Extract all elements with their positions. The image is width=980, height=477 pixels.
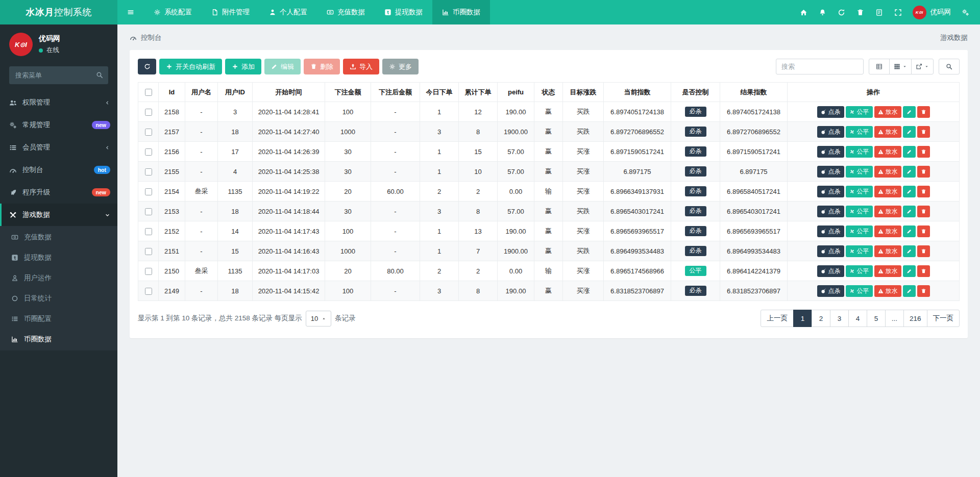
row-checkbox[interactable]: [145, 268, 152, 275]
fangshui-button[interactable]: 放水: [874, 186, 901, 197]
fangshui-button[interactable]: 放水: [874, 225, 901, 237]
submenu-item-user-operation[interactable]: 用户运作: [0, 268, 117, 288]
diansha-button[interactable]: 点杀: [817, 126, 844, 138]
delete-row-button[interactable]: [917, 146, 930, 158]
gongping-button[interactable]: 公平: [846, 146, 873, 158]
fangshui-button[interactable]: 放水: [874, 265, 901, 277]
nav-item-coin-data[interactable]: 币圈数据: [432, 0, 490, 24]
fangshui-button[interactable]: 放水: [874, 166, 901, 178]
import-button[interactable]: 导入: [343, 59, 379, 74]
row-checkbox[interactable]: [145, 188, 152, 195]
diansha-button[interactable]: 点杀: [817, 265, 844, 277]
select-all-checkbox[interactable]: [145, 89, 152, 96]
breadcrumb[interactable]: 控制台: [130, 33, 162, 42]
refresh-button[interactable]: [138, 59, 156, 74]
gongping-button[interactable]: 公平: [846, 166, 873, 178]
fangshui-button[interactable]: 放水: [874, 206, 901, 217]
more-button[interactable]: 更多: [382, 59, 419, 74]
gongping-button[interactable]: 公平: [846, 285, 873, 297]
columns-button[interactable]: [889, 59, 912, 74]
edit-row-button[interactable]: [903, 126, 916, 138]
detail-view-button[interactable]: [869, 59, 890, 74]
submenu-item-coin-data[interactable]: 币圈数据: [0, 329, 117, 349]
sidebar-item-console[interactable]: 控制台hot: [0, 159, 117, 181]
expand-button[interactable]: [889, 0, 908, 24]
page-button-3[interactable]: 3: [830, 310, 849, 327]
nav-item-withdraw-data[interactable]: 提现数据: [375, 0, 432, 24]
row-checkbox[interactable]: [145, 248, 152, 255]
delete-row-button[interactable]: [917, 285, 930, 297]
search-button[interactable]: [939, 59, 960, 74]
gongping-button[interactable]: 公平: [846, 186, 873, 197]
row-checkbox[interactable]: [145, 129, 152, 136]
diansha-button[interactable]: 点杀: [817, 206, 844, 217]
row-checkbox[interactable]: [145, 228, 152, 235]
page-button-1[interactable]: 1: [793, 310, 812, 327]
trash-button[interactable]: [851, 0, 870, 24]
nav-item-personal-config[interactable]: 个人配置: [259, 0, 317, 24]
submenu-item-coin-config[interactable]: 币圈配置: [0, 309, 117, 329]
menu-search-input[interactable]: [9, 66, 108, 84]
delete-row-button[interactable]: [917, 245, 930, 257]
row-checkbox[interactable]: [145, 168, 152, 175]
sidebar-item-member-manage[interactable]: 会员管理: [0, 136, 117, 159]
page-button-...[interactable]: ...: [885, 310, 904, 327]
next-page-button[interactable]: 下一页: [927, 310, 960, 327]
edit-row-button[interactable]: [903, 206, 916, 217]
edit-row-button[interactable]: [903, 265, 916, 277]
gongping-button[interactable]: 公平: [846, 245, 873, 257]
sidebar-item-general-manage[interactable]: 常规管理new: [0, 114, 117, 136]
prev-page-button[interactable]: 上一页: [761, 310, 794, 327]
sidebar-toggle-button[interactable]: [117, 0, 144, 24]
export-button[interactable]: [911, 59, 934, 74]
diansha-button[interactable]: 点杀: [817, 186, 844, 197]
edit-row-button[interactable]: [903, 106, 916, 118]
row-checkbox[interactable]: [145, 148, 152, 156]
delete-row-button[interactable]: [917, 225, 930, 237]
diansha-button[interactable]: 点杀: [817, 245, 844, 257]
delete-button[interactable]: 删除: [304, 59, 340, 74]
nav-item-attachment-manage[interactable]: 附件管理: [202, 0, 259, 24]
diansha-button[interactable]: 点杀: [817, 285, 844, 297]
edit-row-button[interactable]: [903, 225, 916, 237]
table-search-input[interactable]: [776, 59, 864, 74]
diansha-button[interactable]: 点杀: [817, 106, 844, 118]
nav-item-recharge-data[interactable]: 充值数据: [317, 0, 375, 24]
refresh-button[interactable]: [832, 0, 851, 24]
delete-row-button[interactable]: [917, 206, 930, 217]
edit-row-button[interactable]: [903, 285, 916, 297]
gongping-button[interactable]: 公平: [846, 126, 873, 138]
delete-row-button[interactable]: [917, 166, 930, 178]
gongping-button[interactable]: 公平: [846, 206, 873, 217]
delete-row-button[interactable]: [917, 186, 930, 197]
fangshui-button[interactable]: 放水: [874, 126, 901, 138]
nav-item-system-config[interactable]: 系统配置: [144, 0, 202, 24]
page-button-4[interactable]: 4: [848, 310, 867, 327]
settings-button[interactable]: [956, 0, 975, 24]
page-button-2[interactable]: 2: [812, 310, 830, 327]
auto-refresh-toggle-button[interactable]: 开关自动刷新: [159, 59, 222, 74]
sidebar-item-permission-manage[interactable]: 权限管理: [0, 91, 117, 114]
row-checkbox[interactable]: [145, 288, 152, 295]
book-button[interactable]: [870, 0, 889, 24]
gongping-button[interactable]: 公平: [846, 106, 873, 118]
diansha-button[interactable]: 点杀: [817, 146, 844, 158]
page-button-216[interactable]: 216: [903, 310, 927, 327]
submenu-item-withdraw-data[interactable]: 提现数据: [0, 247, 117, 268]
submenu-item-daily-stats[interactable]: 日常统计: [0, 288, 117, 309]
delete-row-button[interactable]: [917, 265, 930, 277]
fangshui-button[interactable]: 放水: [874, 146, 901, 158]
delete-row-button[interactable]: [917, 106, 930, 118]
page-button-5[interactable]: 5: [867, 310, 886, 327]
submenu-item-recharge-data[interactable]: 充值数据: [0, 227, 117, 247]
diansha-button[interactable]: 点杀: [817, 166, 844, 178]
fangshui-button[interactable]: 放水: [874, 245, 901, 257]
row-checkbox[interactable]: [145, 109, 152, 116]
delete-row-button[interactable]: [917, 126, 930, 138]
home-button[interactable]: [794, 0, 813, 24]
bell-button[interactable]: [813, 0, 832, 24]
profile-chip[interactable]: K⊙I 优码网: [908, 0, 957, 24]
edit-row-button[interactable]: [903, 186, 916, 197]
fangshui-button[interactable]: 放水: [874, 106, 901, 118]
edit-button[interactable]: 编辑: [264, 59, 301, 74]
